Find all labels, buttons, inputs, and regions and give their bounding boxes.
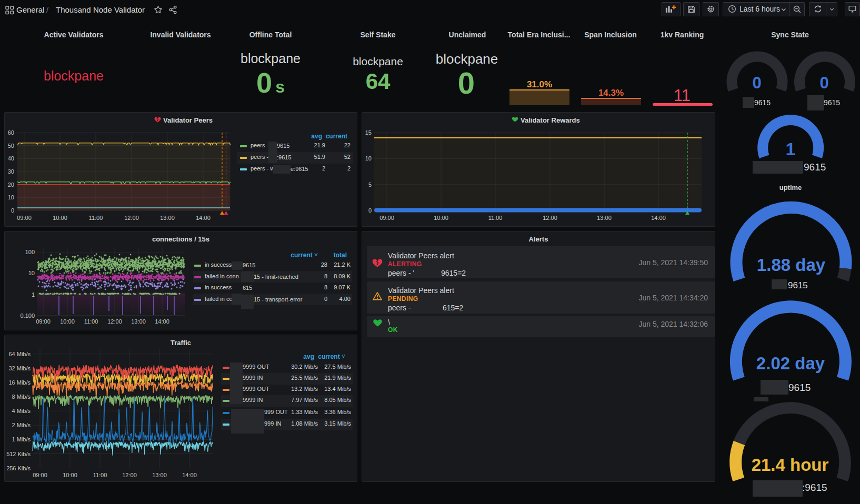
svg-text:0: 0 (11, 207, 14, 214)
svg-text:1 Mib/s: 1 Mib/s (12, 436, 31, 442)
svg-text:10:00: 10:00 (60, 318, 75, 325)
svg-text:11:00: 11:00 (93, 472, 107, 478)
svg-text:10:00: 10:00 (434, 215, 448, 221)
svg-text:100: 100 (25, 249, 35, 255)
svg-text:11:00: 11:00 (488, 215, 503, 221)
svg-text:0.100: 0.100 (20, 313, 35, 319)
svg-text:14:00: 14:00 (155, 318, 169, 325)
svg-text:0: 0 (368, 207, 372, 214)
svg-text:1: 1 (32, 291, 35, 298)
svg-text:09:00: 09:00 (17, 215, 32, 221)
svg-text:09:00: 09:00 (33, 472, 47, 478)
svg-text:10: 10 (365, 155, 372, 162)
svg-text:4 Mib/s: 4 Mib/s (12, 408, 31, 414)
svg-text:12:00: 12:00 (124, 215, 139, 221)
svg-text:2 Mib/s: 2 Mib/s (12, 422, 31, 428)
svg-text:12:00: 12:00 (543, 215, 557, 221)
svg-text:32 Mib/s: 32 Mib/s (8, 365, 31, 371)
svg-text:40: 40 (8, 155, 14, 162)
svg-text:20: 20 (8, 182, 14, 188)
svg-text:10: 10 (28, 270, 35, 276)
svg-text:50: 50 (8, 143, 14, 149)
svg-text:13:00: 13:00 (160, 215, 175, 221)
svg-text:10: 10 (8, 194, 14, 200)
svg-text:09:00: 09:00 (36, 318, 51, 325)
svg-text:8 Mib/s: 8 Mib/s (12, 394, 31, 400)
svg-text:15: 15 (365, 129, 372, 136)
svg-text:512 Kib/s: 512 Kib/s (6, 451, 31, 457)
svg-text:60: 60 (8, 129, 14, 136)
svg-text:14:00: 14:00 (651, 215, 666, 221)
svg-text:10:00: 10:00 (53, 215, 67, 221)
svg-text:12:00: 12:00 (122, 472, 137, 478)
svg-text:64 Mib/s: 64 Mib/s (8, 351, 31, 357)
svg-text:30: 30 (8, 168, 14, 175)
svg-text:14:00: 14:00 (196, 215, 211, 221)
svg-text:13:00: 13:00 (152, 472, 167, 478)
svg-text:13:00: 13:00 (131, 318, 146, 325)
svg-text:16 Mib/s: 16 Mib/s (8, 379, 31, 386)
svg-text:11:00: 11:00 (89, 215, 103, 221)
svg-text:12:00: 12:00 (107, 318, 122, 325)
svg-text:5: 5 (368, 182, 372, 188)
svg-text:10:00: 10:00 (63, 472, 77, 478)
svg-text:13:00: 13:00 (597, 215, 612, 221)
svg-text:256 Kib/s: 256 Kib/s (6, 465, 31, 471)
svg-text:09:00: 09:00 (379, 215, 394, 221)
svg-text:11:00: 11:00 (84, 318, 98, 325)
svg-text:14:00: 14:00 (182, 472, 197, 478)
